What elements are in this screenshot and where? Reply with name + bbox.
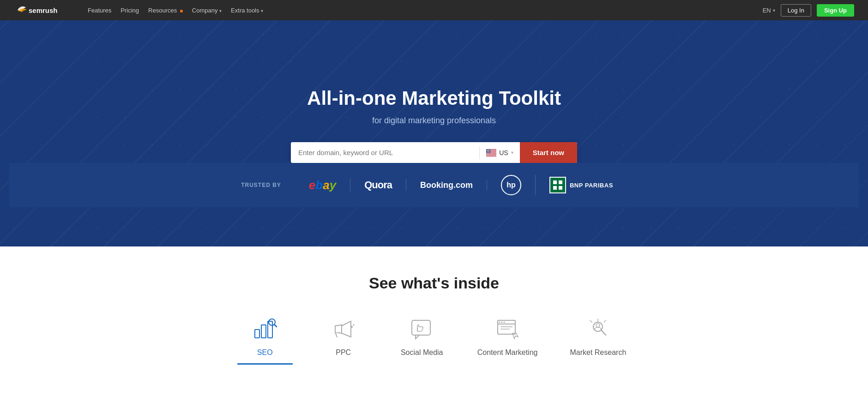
lang-chevron: ▾ (773, 8, 775, 13)
search-input[interactable] (291, 142, 479, 163)
language-selector[interactable]: EN ▾ (763, 7, 775, 14)
start-now-button[interactable]: Start now (520, 142, 577, 163)
svg-point-9 (487, 149, 487, 150)
hero-title: All-in-one Marketing Toolkit (307, 87, 561, 109)
feature-social-media[interactable]: Social Media (394, 315, 450, 365)
svg-rect-40 (559, 186, 562, 190)
svg-line-60 (602, 330, 606, 335)
svg-point-18 (487, 150, 487, 151)
svg-rect-43 (268, 321, 272, 338)
svg-point-13 (489, 149, 490, 150)
svg-rect-5 (486, 153, 496, 153)
features-section: See what's inside SEO (0, 246, 868, 383)
svg-rect-38 (559, 180, 562, 184)
svg-line-45 (274, 324, 277, 327)
ebay-logo: ebay (295, 178, 350, 192)
country-select[interactable]: US ▾ (480, 149, 519, 156)
svg-point-33 (488, 152, 488, 152)
svg-point-26 (489, 151, 489, 151)
trusted-bar: TRUSTED BY ebay Quora Booking.com hp (9, 163, 859, 207)
svg-point-27 (487, 151, 487, 152)
navbar-left: semrush Features Pricing Resources Compa… (14, 4, 263, 17)
bnp-icon (549, 177, 566, 193)
svg-point-32 (487, 152, 488, 152)
svg-point-25 (488, 151, 489, 151)
svg-point-16 (488, 150, 489, 150)
svg-rect-42 (261, 325, 266, 338)
svg-point-28 (488, 151, 488, 152)
section-title: See what's inside (369, 274, 499, 292)
svg-rect-6 (486, 154, 496, 155)
svg-rect-49 (412, 320, 430, 335)
market-research-label: Market Research (570, 348, 626, 357)
search-bar: US ▾ Start now (291, 142, 577, 163)
ppc-label: PPC (336, 348, 351, 357)
content-marketing-label: Content Marketing (477, 348, 538, 357)
trusted-label: TRUSTED BY (241, 182, 281, 188)
ppc-icon (330, 315, 357, 343)
hp-logo: hp (487, 175, 536, 195)
navbar-right: EN ▾ Log In Sign Up (763, 4, 854, 17)
svg-point-19 (488, 150, 488, 151)
us-flag-icon (486, 149, 496, 156)
svg-point-23 (487, 151, 488, 151)
svg-line-63 (604, 320, 606, 322)
country-label: US (499, 149, 508, 156)
svg-rect-7 (486, 155, 496, 156)
svg-point-11 (488, 149, 488, 150)
social-media-icon (408, 315, 436, 343)
svg-point-54 (501, 321, 502, 323)
svg-rect-41 (255, 330, 259, 338)
svg-point-29 (488, 151, 488, 152)
market-research-icon (584, 315, 612, 343)
feature-content-marketing[interactable]: Content Marketing (473, 315, 542, 365)
svg-text:semrush: semrush (29, 6, 58, 14)
feature-ppc[interactable]: PPC (316, 315, 371, 365)
svg-point-22 (489, 150, 490, 151)
nav-features[interactable]: Features (88, 6, 111, 14)
svg-point-12 (489, 149, 489, 150)
navbar: semrush Features Pricing Resources Compa… (0, 0, 868, 20)
nav-links: Features Pricing Resources Company ▾ Ext… (88, 6, 263, 14)
nav-pricing[interactable]: Pricing (121, 6, 139, 14)
hp-circle: hp (501, 175, 521, 195)
content-marketing-icon (494, 315, 521, 343)
company-chevron: ▾ (219, 8, 222, 13)
svg-line-61 (590, 320, 592, 322)
booking-logo: Booking.com (406, 180, 487, 190)
hero-section: All-in-one Marketing Toolkit for digital… (0, 20, 868, 246)
svg-point-30 (489, 151, 489, 152)
logo[interactable]: semrush (14, 4, 74, 17)
signup-button[interactable]: Sign Up (817, 4, 854, 17)
nav-extra-tools[interactable]: Extra tools ▾ (231, 6, 263, 14)
svg-point-35 (489, 152, 489, 152)
seo-label: SEO (257, 348, 273, 357)
svg-rect-39 (553, 186, 557, 190)
quora-logo: Quora (350, 179, 406, 191)
nav-company[interactable]: Company ▾ (192, 6, 222, 14)
svg-point-48 (353, 324, 355, 325)
svg-point-14 (487, 150, 488, 150)
svg-point-21 (489, 150, 489, 151)
svg-point-15 (488, 150, 488, 150)
svg-point-24 (488, 151, 488, 151)
nav-resources[interactable]: Resources (148, 6, 183, 14)
hero-pattern (0, 20, 868, 246)
svg-point-59 (596, 324, 600, 327)
svg-point-53 (499, 321, 500, 323)
feature-market-research[interactable]: Market Research (565, 315, 631, 365)
resources-dot (180, 10, 183, 12)
svg-point-10 (488, 149, 488, 150)
svg-point-31 (489, 151, 490, 152)
svg-point-47 (351, 326, 353, 328)
login-button[interactable]: Log In (781, 4, 811, 17)
bnp-logo: BNP PARIBAS (536, 177, 627, 193)
svg-rect-37 (553, 180, 557, 184)
trusted-logos: ebay Quora Booking.com hp (295, 175, 627, 195)
extra-tools-chevron: ▾ (261, 8, 263, 13)
seo-icon (251, 315, 279, 343)
svg-point-20 (488, 150, 488, 151)
hero-subtitle: for digital marketing professionals (372, 116, 496, 126)
feature-seo[interactable]: SEO (237, 315, 293, 365)
svg-rect-51 (498, 320, 515, 334)
